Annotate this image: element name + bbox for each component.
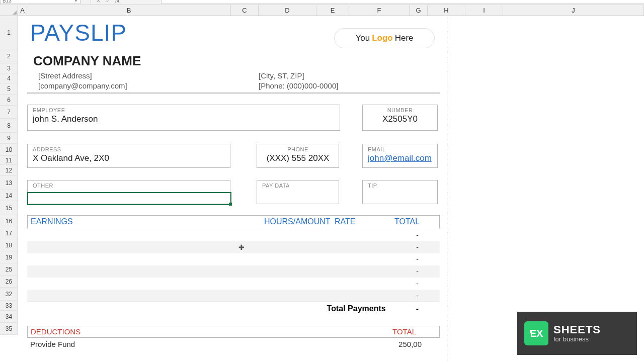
deductions-table: DEDUCTIONS TOTAL Provide Fund 250,00 <box>27 326 440 350</box>
column-headers: A B C D E F G H I J <box>0 5 644 16</box>
col-header[interactable]: F <box>349 5 410 16</box>
employee-field[interactable]: EMPLOYEE john S. Anderson <box>27 105 340 131</box>
row-header[interactable]: 18 <box>0 239 18 251</box>
col-header[interactable]: D <box>259 5 316 16</box>
cancel-icon[interactable]: ✕ <box>96 0 101 4</box>
company-cityzip: [City, ST, ZIP] <box>259 71 304 80</box>
row-header[interactable]: 2 <box>0 49 18 63</box>
col-header[interactable]: J <box>503 5 644 16</box>
field-label: EMPLOYEE <box>33 107 335 113</box>
table-row[interactable]: Provide Fund 250,00 <box>27 338 440 350</box>
brand-text: SHEETS for business <box>553 324 601 343</box>
tip-field[interactable]: TIP <box>362 180 438 204</box>
enter-icon[interactable]: ✓ <box>106 0 110 4</box>
sheet-canvas[interactable]: PAYSLIP You Logo Here COMPANY NAME [Stre… <box>18 16 644 362</box>
divider <box>91 0 91 5</box>
row-header[interactable]: 7 <box>0 106 18 119</box>
row-header[interactable]: 10 <box>0 144 18 156</box>
col-header[interactable]: B <box>27 5 231 16</box>
brand-line2: for business <box>553 336 601 343</box>
row-header[interactable]: 9 <box>0 133 18 144</box>
col-header[interactable]: E <box>316 5 349 16</box>
brand-line1: SHEETS <box>553 324 601 336</box>
col-header[interactable]: I <box>465 5 503 16</box>
spreadsheet-grid: A B C D E F G H I J 1 2 3 4 5 6 7 8 9 10… <box>0 5 644 362</box>
field-value: john S. Anderson <box>33 114 335 124</box>
field-value: X2505Y0 <box>368 114 432 124</box>
formula-input[interactable] <box>161 0 644 4</box>
watermark-banner: EX SHEETS for business <box>517 312 637 355</box>
col-header[interactable]: H <box>428 5 465 16</box>
col-header[interactable]: G <box>410 5 428 16</box>
field-value: (XXX) 555 20XX <box>262 153 334 163</box>
select-all-corner[interactable] <box>0 5 18 16</box>
table-row[interactable]: - <box>27 290 440 302</box>
col-rate: RATE <box>335 217 375 226</box>
row-headers: 1 2 3 4 5 6 7 8 9 10 11 12 13 14 15 16 1… <box>0 16 18 335</box>
row-header[interactable]: 17 <box>0 227 18 239</box>
email-field[interactable]: EMAIL john@email.com <box>362 144 438 168</box>
logo-text-pre: You <box>355 33 370 43</box>
row-header[interactable]: 5 <box>0 83 18 95</box>
row-header[interactable]: 26 <box>0 276 18 288</box>
company-phone: [Phone: (000)000-0000] <box>259 81 338 90</box>
row-header[interactable]: 16 <box>0 215 18 227</box>
table-row[interactable]: - <box>27 253 440 265</box>
row-header[interactable]: 33 <box>0 301 18 311</box>
formula-bar-strip: B13 ▼ ✕ ✓ fx <box>0 0 644 5</box>
number-field[interactable]: NUMBER X2505Y0 <box>362 105 438 131</box>
formula-controls: ✕ ✓ fx <box>91 0 120 4</box>
row-header[interactable]: 13 <box>0 176 18 190</box>
row-header[interactable]: 19 <box>0 251 18 263</box>
row-header[interactable]: 14 <box>0 190 18 201</box>
deduction-name: Provide Fund <box>27 340 75 348</box>
field-value: X Oakland Ave, 2X0 <box>33 153 225 163</box>
company-street: [Street Address] <box>38 71 92 80</box>
company-name: COMPANY NAME <box>33 53 141 69</box>
logo-placeholder: You Logo Here <box>334 28 435 48</box>
logo-text-post: Here <box>395 33 414 43</box>
address-field[interactable]: ADDRESS X Oakland Ave, 2X0 <box>27 144 230 168</box>
row-header[interactable]: 15 <box>0 201 18 215</box>
total-payments-row: Total Payments - <box>27 302 440 315</box>
fx-icon[interactable]: fx <box>115 0 120 4</box>
table-row[interactable]: - <box>27 265 440 278</box>
chevron-down-icon[interactable]: ▼ <box>74 0 78 3</box>
table-row[interactable]: - <box>27 229 440 241</box>
col-header[interactable]: A <box>18 5 27 16</box>
table-row[interactable]: - <box>27 241 440 253</box>
deductions-total-label: TOTAL <box>392 327 439 336</box>
table-row[interactable]: - <box>27 278 440 290</box>
deductions-label: DEDUCTIONS <box>28 327 80 336</box>
page-break-line <box>447 16 447 362</box>
phone-field[interactable]: PHONE (XXX) 555 20XX <box>257 144 339 168</box>
paydata-field[interactable]: PAY DATA <box>257 180 339 204</box>
row-header[interactable]: 12 <box>0 165 18 176</box>
earnings-header-row: EARNINGS HOURS/AMOUNT RATE TOTAL <box>27 215 440 229</box>
document-title: PAYSLIP <box>30 19 127 46</box>
row-header[interactable]: 32 <box>0 288 18 301</box>
name-box-value: B13 <box>3 0 12 4</box>
row-header[interactable]: 8 <box>0 119 18 133</box>
row-header[interactable]: 35 <box>0 323 18 335</box>
name-box[interactable]: B13 ▼ <box>0 0 80 4</box>
field-label: ADDRESS <box>33 146 225 152</box>
row-header[interactable]: 3 <box>0 63 18 73</box>
deductions-header-row: DEDUCTIONS TOTAL <box>27 326 440 338</box>
field-value: john@email.com <box>368 153 432 163</box>
row-header[interactable]: 11 <box>0 156 18 165</box>
row-header[interactable]: 6 <box>0 95 18 106</box>
field-label: OTHER <box>33 183 225 189</box>
other-field[interactable]: OTHER <box>27 180 230 204</box>
row-header[interactable]: 1 <box>0 16 18 49</box>
company-email: [company@company.com] <box>38 81 127 90</box>
row-header[interactable]: 34 <box>0 311 18 323</box>
row-header[interactable]: 25 <box>0 263 18 276</box>
total-payments-value: - <box>416 304 440 313</box>
field-label: EMAIL <box>368 146 432 152</box>
field-label: PHONE <box>262 146 334 152</box>
col-header[interactable]: C <box>231 5 259 16</box>
col-hours: HOURS/AMOUNT <box>264 217 335 226</box>
row-header[interactable]: 4 <box>0 73 18 83</box>
divider <box>27 93 440 94</box>
